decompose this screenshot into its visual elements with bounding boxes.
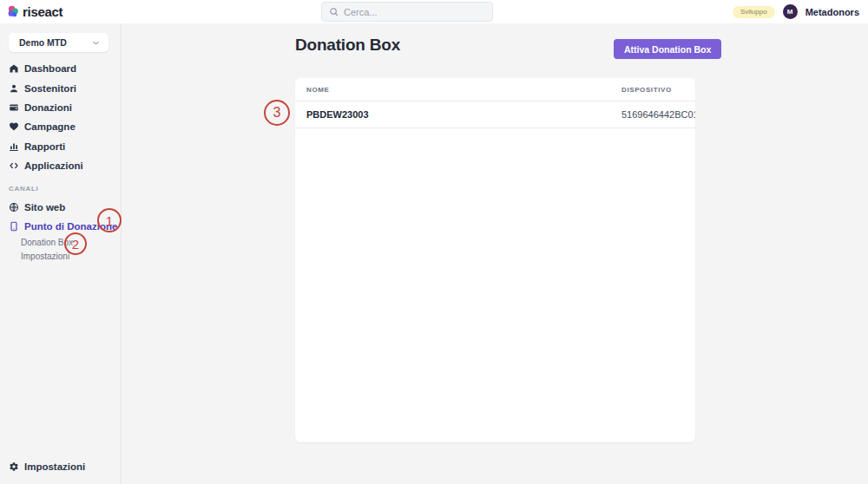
code-icon — [9, 160, 19, 171]
device-name: PBDEW23003 — [306, 109, 621, 120]
gear-icon — [9, 461, 19, 472]
logo-text: riseact — [23, 4, 62, 19]
wallet-icon — [9, 102, 19, 113]
devices-table-card: NOME DISPOSITIVO PBDEW23003 5169646442BC… — [295, 78, 695, 442]
sidebar-item-label: Sostenitori — [24, 83, 76, 94]
bar-chart-icon — [9, 141, 19, 152]
sidebar-item-label: Sito web — [24, 202, 65, 213]
environment-badge: Sviluppo — [733, 6, 775, 18]
sidebar-item-label: Rapporti — [24, 141, 65, 152]
sidebar-item-rapporti[interactable]: Rapporti — [0, 137, 121, 156]
annotation-circle-2: 2 — [64, 232, 87, 255]
sidebar-item-dashboard[interactable]: Dashboard — [0, 59, 121, 78]
annotation-circle-3: 3 — [264, 100, 290, 126]
riseact-logo-icon — [7, 5, 20, 18]
organization-name: Demo MTD — [19, 37, 67, 48]
sidebar-item-sostenitori[interactable]: Sostenitori — [0, 78, 121, 97]
page: riseact Sviluppo M Metadonors Demo MTD — [0, 0, 868, 484]
search-input[interactable] — [344, 7, 485, 17]
global-search[interactable] — [321, 2, 493, 22]
sidebar: Demo MTD Dashboard Sostenitori — [0, 23, 122, 484]
sidebar-item-campagne[interactable]: Campagne — [0, 117, 121, 136]
sidebar-subitem-label: Impostazioni — [21, 252, 69, 261]
search-icon — [329, 7, 339, 16]
avatar[interactable]: M — [783, 4, 798, 19]
sidebar-item-applicazioni[interactable]: Applicazioni — [0, 156, 121, 175]
home-icon — [9, 63, 19, 74]
chevron-down-icon — [92, 39, 100, 47]
column-header-nome: NOME — [306, 86, 621, 94]
sidebar-subitem-donation-box[interactable]: Donation Box — [0, 236, 121, 249]
sidebar-item-label: Dashboard — [24, 63, 76, 74]
device-id: 5169646442BC01EC — [621, 109, 695, 120]
sidebar-item-label: Donazioni — [24, 102, 72, 113]
sidebar-sub-items: Donation Box Impostazioni — [0, 236, 121, 263]
sidebar-nav: Dashboard Sostenitori Donazioni — [0, 59, 121, 175]
account-name[interactable]: Metadonors — [806, 7, 859, 17]
sidebar-subitem-impostazioni[interactable]: Impostazioni — [0, 249, 121, 262]
main-content: Donation Box Attiva Donation Box NOME DI… — [122, 23, 868, 484]
sidebar-item-impostazioni[interactable]: Impostazioni — [0, 457, 121, 476]
topbar-right: Sviluppo M Metadonors — [733, 0, 859, 23]
annotation-circle-1: 1 — [97, 208, 122, 232]
tablet-icon — [9, 221, 19, 232]
sidebar-item-label: Campagne — [24, 121, 76, 132]
sidebar-footer: Impostazioni — [0, 457, 121, 476]
page-title: Donation Box — [295, 36, 400, 55]
sidebar-item-label: Applicazioni — [24, 160, 83, 171]
sidebar-item-donazioni[interactable]: Donazioni — [0, 98, 121, 117]
sidebar-item-label: Impostazioni — [24, 461, 85, 472]
organization-selector[interactable]: Demo MTD — [9, 33, 108, 52]
attiva-donation-box-button[interactable]: Attiva Donation Box — [614, 39, 721, 59]
globe-icon — [9, 202, 19, 213]
user-icon — [9, 83, 19, 94]
riseact-logo[interactable]: riseact — [7, 0, 62, 23]
table-row[interactable]: PBDEW23003 5169646442BC01EC — [295, 101, 695, 128]
sidebar-section-canali: CANALI — [0, 185, 121, 195]
heart-icon — [9, 121, 19, 132]
column-header-dispositivo: DISPOSITIVO — [621, 86, 695, 94]
topbar: riseact Sviluppo M Metadonors — [0, 0, 868, 23]
table-header: NOME DISPOSITIVO — [295, 78, 695, 101]
